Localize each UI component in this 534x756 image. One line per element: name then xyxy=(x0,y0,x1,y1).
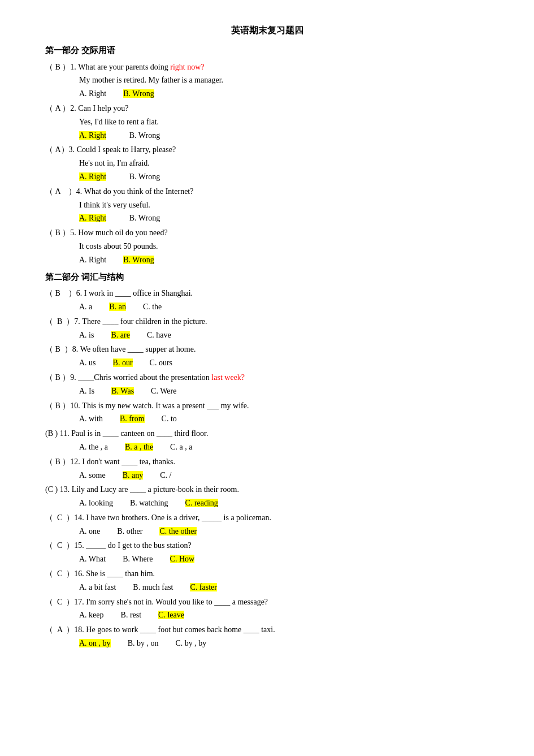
section2: 第二部分 词汇与结构 （ B ）6. I work in ____ office… xyxy=(45,270,489,650)
q14-number: （ C ）14. xyxy=(45,511,84,525)
q4-text: What do you think of the Internet? xyxy=(84,185,194,198)
q18-optionB: B. by , on xyxy=(128,637,159,650)
question-15: （ C ）15. _____ do I get to the bus stati… xyxy=(45,539,489,566)
q6-optionA: A. a xyxy=(79,300,92,314)
q14-optionB: B. other xyxy=(117,525,142,538)
q4-optionB: B. Wrong xyxy=(123,211,160,225)
q2-sub: Yes, I'd like to rent a flat. xyxy=(79,115,489,129)
q17-text: I'm sorry she's not in. Would you like t… xyxy=(86,595,268,609)
q1-number: （ B ）1. xyxy=(45,61,76,74)
q12-text: I don't want ____ tea, thanks. xyxy=(82,455,175,469)
page-title: 英语期末复习题四 xyxy=(45,23,489,38)
question-17: （ C ）17. I'm sorry she's not in. Would y… xyxy=(45,595,489,623)
q17-optionC: C. leave xyxy=(158,608,184,622)
q6-number: （ B ）6. xyxy=(45,287,82,300)
question-14: （ C ）14. I have two brothers. One is a d… xyxy=(45,511,489,538)
q3-optionA: A. Right xyxy=(79,170,106,184)
q7-optionA: A. is xyxy=(79,329,94,342)
q11-number: (B ) 11. xyxy=(45,427,70,440)
q1-sub: My mother is retired. My father is a man… xyxy=(79,74,489,87)
q1-options: A. Right B. Wrong xyxy=(79,87,489,101)
q17-optionA: A. keep xyxy=(79,608,104,622)
q3-number: （ A）3. xyxy=(45,143,75,157)
q1-text: What are your parents doing right now? xyxy=(78,61,204,74)
q3-text: Could I speak to Harry, please? xyxy=(77,143,176,157)
q15-text: _____ do I get to the bus station? xyxy=(86,539,191,552)
q8-optionA: A. us xyxy=(79,356,96,370)
q2-optionB: B. Wrong xyxy=(123,129,160,142)
q16-optionB: B. much fast xyxy=(133,581,173,594)
q11-options: A. the , a B. a , the C. a , a xyxy=(79,440,489,454)
question-11: (B ) 11. Paul is in ____ canteen on ____… xyxy=(45,427,489,454)
q11-optionC: C. a , a xyxy=(170,440,192,454)
q9-optionA: A. Is xyxy=(79,385,94,398)
q14-optionA: A. one xyxy=(79,525,100,538)
q11-optionA: A. the , a xyxy=(79,440,108,454)
q13-number: (C ) 13. xyxy=(45,483,70,496)
q13-options: A. looking B. watching C. reading xyxy=(79,496,489,510)
q17-optionB: B. rest xyxy=(121,608,142,622)
q12-number: （ B ）12. xyxy=(45,455,80,469)
q2-text: Can I help you? xyxy=(78,102,128,115)
q3-optionB: B. Wrong xyxy=(123,170,160,184)
q15-optionC: C. How xyxy=(170,552,195,566)
q2-options: A. Right B. Wrong xyxy=(79,129,489,142)
question-12: （ B ）12. I don't want ____ tea, thanks. … xyxy=(45,455,489,482)
q15-optionA: A. What xyxy=(79,552,106,566)
question-8: （ B ）8. We often have ____ supper at hom… xyxy=(45,343,489,370)
q10-options: A. with B. from C. to xyxy=(79,412,489,426)
q8-optionB: B. our xyxy=(113,356,133,370)
q4-optionA: A. Right xyxy=(79,211,106,225)
q12-options: A. some B. any C. / xyxy=(79,469,489,482)
q15-number: （ C ）15. xyxy=(45,539,84,552)
q9-optionB: B. Was xyxy=(111,385,134,398)
q9-text: ____Chris worried about the presentation… xyxy=(78,371,245,385)
q15-optionB: B. Where xyxy=(123,552,153,566)
q12-optionC: C. / xyxy=(160,469,171,482)
q6-options: A. a B. an C. the xyxy=(79,300,489,314)
question-2: （ A ）2. Can I help you? Yes, I'd like to… xyxy=(45,102,489,142)
section1-title: 第一部分 交际用语 xyxy=(45,44,489,58)
question-10: （ B ）10. This is my new watch. It was a … xyxy=(45,399,489,426)
q9-optionC: C. Were xyxy=(151,385,176,398)
q6-text: I work in ____ office in Shanghai. xyxy=(84,287,193,300)
q13-optionA: A. looking xyxy=(79,496,113,510)
q3-sub: He's not in, I'm afraid. xyxy=(79,157,489,170)
q7-optionB: B. are xyxy=(111,329,129,342)
q14-options: A. one B. other C. the other xyxy=(79,525,489,538)
q1-optionA: A. Right xyxy=(79,87,106,101)
q5-sub: It costs about 50 pounds. xyxy=(79,240,489,253)
q8-optionC: C. ours xyxy=(150,356,172,370)
q5-number: （ B ）5. xyxy=(45,226,76,240)
q5-optionB: B. Wrong xyxy=(123,253,154,267)
q4-number: （ A ）4. xyxy=(45,185,82,198)
q13-optionC: C. reading xyxy=(185,496,218,510)
q2-optionA: A. Right xyxy=(79,129,106,142)
q4-sub: I think it's very useful. xyxy=(79,198,489,212)
question-16: （ C ）16. She is ____ than him. A. a bit … xyxy=(45,567,489,594)
q7-number: （ B ）7. xyxy=(45,315,80,329)
q16-number: （ C ）16. xyxy=(45,567,84,581)
q18-number: （ A ）18. xyxy=(45,623,84,637)
q9-number: （ B ）9. xyxy=(45,371,76,385)
q6-optionC: C. the xyxy=(143,300,162,314)
q7-optionC: C. have xyxy=(147,329,171,342)
q15-options: A. What B. Where C. How xyxy=(79,552,489,566)
question-7: （ B ）7. There ____ four children in the … xyxy=(45,315,489,342)
q9-options: A. Is B. Was C. Were xyxy=(79,385,489,398)
q7-text: There ____ four children in the picture. xyxy=(82,315,207,329)
q3-options: A. Right B. Wrong xyxy=(79,170,489,184)
q10-text: This is my new watch. It was a present _… xyxy=(82,399,249,413)
question-18: （ A ）18. He goes to work ____ foot but c… xyxy=(45,623,489,650)
q18-text: He goes to work ____ foot but comes back… xyxy=(86,623,275,637)
q10-optionB: B. from xyxy=(120,412,145,426)
q18-optionA: A. on , by xyxy=(79,637,111,650)
question-5: （ B ）5. How much oil do you need? It cos… xyxy=(45,226,489,266)
q8-options: A. us B. our C. ours xyxy=(79,356,489,370)
q12-optionA: A. some xyxy=(79,469,106,482)
q4-options: A. Right B. Wrong xyxy=(79,211,489,225)
q18-options: A. on , by B. by , on C. by , by xyxy=(79,637,489,650)
q1-optionB: B. Wrong xyxy=(123,87,154,101)
q18-optionC: C. by , by xyxy=(175,637,206,650)
q14-text: I have two brothers. One is a driver, __… xyxy=(86,511,271,525)
